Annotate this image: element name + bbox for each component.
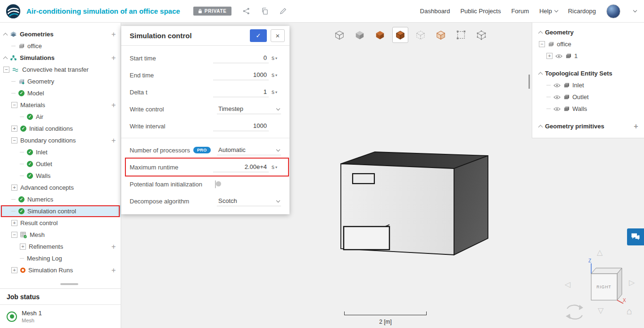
tree-section-geometries[interactable]: Geometries: [0, 28, 121, 40]
delta-t-input[interactable]: [213, 87, 269, 97]
expand-expander[interactable]: [20, 244, 26, 250]
visibility-eye-icon[interactable]: [555, 54, 562, 59]
tree-item-refinements[interactable]: Refinements: [0, 241, 121, 252]
room-side-face[interactable]: [454, 156, 488, 255]
nav-public-projects[interactable]: Public Projects: [460, 8, 501, 15]
start-time-row: Start time s▾: [121, 50, 289, 67]
scene-item-office[interactable]: office: [532, 38, 644, 50]
expand-expander[interactable]: [11, 185, 17, 191]
decompose-algorithm-select[interactable]: Scotch: [217, 196, 281, 206]
entity-set-walls[interactable]: Walls: [532, 103, 644, 115]
tree-item-meshing-log[interactable]: Meshing Log: [0, 252, 121, 264]
confirm-button[interactable]: ✓: [250, 29, 267, 42]
number-of-processors-select[interactable]: Automatic: [217, 145, 281, 155]
outlet-face[interactable]: [344, 227, 389, 250]
user-menu-chevron-icon[interactable]: [633, 8, 637, 12]
orbit-down-arrow-icon[interactable]: ▽: [598, 307, 603, 314]
orbit-right-arrow-icon[interactable]: ▷: [629, 279, 635, 286]
orbit-rotate-icon[interactable]: [563, 303, 586, 322]
expand-expander[interactable]: [546, 53, 553, 59]
tree-item-model[interactable]: Model: [0, 87, 121, 99]
potential-foam-toggle[interactable]: [215, 180, 216, 188]
collapse-caret-icon[interactable]: [538, 31, 543, 35]
add-simulation-button[interactable]: [109, 54, 118, 62]
tree-item-result-control[interactable]: Result control: [0, 217, 121, 229]
tree-item-simulation-runs[interactable]: Simulation Runs: [0, 264, 121, 276]
edit-icon[interactable]: [280, 8, 287, 15]
job-status-item[interactable]: Mesh 1 Mesh: [0, 305, 121, 328]
chat-support-button[interactable]: [627, 228, 644, 245]
tree-section-geometry-primitives[interactable]: Geometry primitives: [532, 120, 644, 132]
end-time-input[interactable]: [213, 70, 269, 80]
collapse-expander[interactable]: [11, 232, 17, 238]
navigation-cube[interactable]: Z RIGHT X: [579, 257, 627, 306]
visibility-eye-icon[interactable]: [553, 83, 561, 88]
tree-item-boundary-conditions[interactable]: Boundary conditions: [0, 135, 121, 146]
caret-down-icon: ▾: [275, 56, 277, 60]
tree-item-air[interactable]: Air: [0, 111, 121, 123]
tree-section-geometry[interactable]: Geometry: [532, 26, 644, 38]
add-refinement-button[interactable]: [109, 243, 118, 251]
tree-item-outlet[interactable]: Outlet: [0, 158, 121, 170]
maximum-runtime-unit-select[interactable]: s▾: [272, 164, 281, 170]
tree-item-geometry[interactable]: Geometry: [0, 76, 121, 87]
tree-section-topological-entity-sets[interactable]: Topological Entity Sets: [532, 67, 644, 79]
nav-help[interactable]: Help: [539, 8, 558, 15]
right-panel-scrollbar[interactable]: [528, 75, 530, 89]
write-interval-input[interactable]: [213, 121, 269, 131]
sidebar-horizontal-scrollbar[interactable]: [60, 283, 78, 285]
tree-item-advanced-concepts[interactable]: Advanced concepts: [0, 182, 121, 193]
write-control-select[interactable]: Timestep: [217, 104, 281, 114]
collapse-caret-icon[interactable]: [538, 72, 543, 76]
collapse-expander[interactable]: [539, 41, 545, 47]
tree-item-initial-conditions[interactable]: Initial conditions: [0, 123, 121, 135]
start-time-unit-select[interactable]: s▾: [272, 55, 281, 61]
entity-set-inlet[interactable]: Inlet: [532, 79, 644, 91]
close-button[interactable]: ×: [271, 29, 285, 42]
scene-item-body-1[interactable]: 1: [532, 50, 644, 62]
collapse-expander[interactable]: [11, 137, 17, 143]
add-boundary-condition-button[interactable]: [109, 136, 118, 145]
app-logo-icon[interactable]: [6, 4, 21, 19]
add-material-button[interactable]: [109, 101, 118, 109]
tree-item-numerics[interactable]: Numerics: [0, 193, 121, 205]
collapse-caret-icon[interactable]: [3, 33, 8, 37]
entity-set-outlet[interactable]: Outlet: [532, 91, 644, 103]
share-icon[interactable]: [243, 8, 250, 15]
collapse-expander[interactable]: [11, 102, 17, 108]
delta-t-unit-select[interactable]: s▾: [272, 89, 281, 95]
user-avatar[interactable]: [606, 4, 620, 18]
add-geometry-primitive-button[interactable]: [632, 122, 640, 131]
maximum-runtime-input[interactable]: [213, 162, 269, 172]
expand-expander[interactable]: [11, 267, 17, 273]
add-geometry-button[interactable]: [109, 30, 118, 39]
tree-item-materials[interactable]: Materials: [0, 99, 121, 111]
end-time-unit-select[interactable]: s▾: [272, 72, 281, 78]
expand-expander[interactable]: [11, 126, 17, 132]
visibility-eye-icon[interactable]: [553, 107, 561, 111]
orbit-left-arrow-icon[interactable]: ◁: [565, 281, 570, 288]
tree-section-simulations[interactable]: Simulations: [0, 52, 121, 64]
nav-forum[interactable]: Forum: [511, 8, 529, 15]
tree-item-office[interactable]: office: [0, 40, 121, 52]
tree-item-mesh[interactable]: Mesh: [0, 229, 121, 241]
job-title: Mesh 1: [22, 310, 42, 317]
start-time-input[interactable]: [213, 53, 269, 63]
tree-item-simulation-control[interactable]: Simulation control: [0, 205, 121, 217]
expand-expander[interactable]: [11, 220, 17, 226]
inlet-face[interactable]: [353, 174, 374, 184]
visibility-eye-icon[interactable]: [553, 95, 561, 100]
home-view-icon[interactable]: ⌂: [627, 306, 632, 317]
nav-username[interactable]: Ricardopg: [568, 8, 596, 15]
orbit-up-arrow-icon[interactable]: △: [597, 249, 603, 256]
nav-dashboard[interactable]: Dashboard: [420, 8, 450, 15]
tree-item-convective-heat-transfer[interactable]: Convective heat transfer: [0, 64, 121, 76]
collapse-caret-icon[interactable]: [538, 125, 543, 129]
copy-icon[interactable]: [261, 8, 268, 15]
tree-item-walls[interactable]: Walls: [0, 170, 121, 182]
tree-item-inlet[interactable]: Inlet: [0, 146, 121, 158]
collapse-caret-icon[interactable]: [3, 56, 8, 61]
add-simulation-run-button[interactable]: [109, 266, 118, 275]
collapse-expander[interactable]: [3, 67, 9, 73]
geometry-icon: [18, 78, 25, 84]
